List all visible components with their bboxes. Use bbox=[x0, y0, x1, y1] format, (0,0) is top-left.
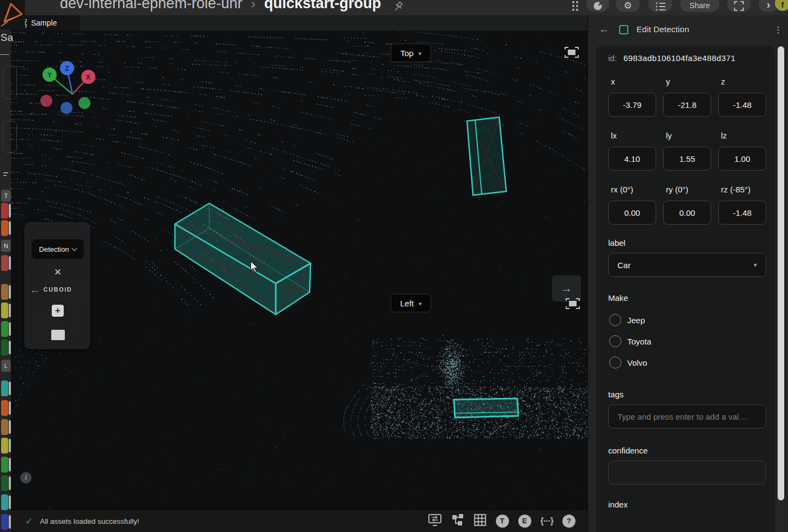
class-chip-11[interactable] bbox=[1, 400, 8, 416]
class-chip-10[interactable] bbox=[1, 380, 8, 396]
class-chip-9[interactable]: L bbox=[1, 360, 11, 372]
class-chip-12[interactable] bbox=[1, 419, 8, 435]
pin-icon[interactable] bbox=[393, 1, 403, 15]
theme-palette-button[interactable] bbox=[586, 0, 609, 12]
3d-viewport[interactable]: Y Z X bbox=[11, 31, 587, 510]
cuboid-side-view[interactable] bbox=[454, 398, 518, 418]
rotation-inputs bbox=[608, 201, 766, 225]
lx-input[interactable] bbox=[608, 147, 656, 171]
status-bar: ✓ All assets loaded successfully! T E {·… bbox=[11, 510, 587, 532]
scrollbar-thumb[interactable] bbox=[778, 46, 784, 500]
class-chip-13[interactable] bbox=[1, 438, 8, 454]
share-button[interactable]: Share bbox=[680, 0, 719, 12]
fullscreen-button[interactable] bbox=[727, 0, 751, 12]
sidebar-mini-icon[interactable] bbox=[3, 172, 8, 173]
settings-button[interactable]: ⚙ bbox=[616, 0, 640, 12]
back-arrow-icon[interactable]: ← bbox=[599, 23, 609, 35]
breadcrumb: dev-internal-ephem-role-unr›quickstart-g… bbox=[60, 0, 381, 15]
x-input[interactable] bbox=[608, 93, 656, 117]
transform-mode-icon[interactable]: T bbox=[496, 515, 509, 528]
breadcrumb-current[interactable]: quickstart-group bbox=[264, 0, 381, 11]
left-view-selector[interactable]: Left ▾ bbox=[391, 294, 431, 312]
lz-label: lz bbox=[718, 131, 766, 140]
class-chip-8[interactable] bbox=[1, 340, 8, 355]
class-chip-15[interactable] bbox=[1, 475, 8, 491]
detection-checkbox-icon[interactable] bbox=[619, 25, 628, 34]
class-chip-1[interactable] bbox=[1, 203, 8, 219]
caret-down-icon: ▾ bbox=[419, 50, 422, 57]
add-cuboid-button[interactable]: + bbox=[52, 305, 64, 317]
radio-icon[interactable] bbox=[609, 335, 621, 347]
maximize-top-view-icon[interactable] bbox=[565, 46, 579, 61]
help-icon[interactable]: ? bbox=[562, 515, 575, 528]
class-chip-3[interactable]: N bbox=[1, 240, 11, 252]
breadcrumb-parent[interactable]: dev-internal-ephem-role-unr bbox=[60, 0, 243, 11]
make-option-toyota[interactable]: Toyota bbox=[609, 335, 766, 348]
detection-form: id: 6983adb106104fa3e488d371 x y z lx ly bbox=[596, 46, 775, 532]
detection-id-row: id: 6983adb106104fa3e488d371 bbox=[608, 53, 766, 63]
edit-mode-icon[interactable]: E bbox=[518, 515, 531, 528]
cuboid-main[interactable] bbox=[175, 203, 311, 315]
breadcrumb-separator-icon: › bbox=[251, 0, 256, 11]
sidebar-mini-icon bbox=[3, 175, 7, 176]
class-chip-14[interactable] bbox=[1, 457, 8, 473]
cuboid-shape-button[interactable] bbox=[51, 330, 65, 340]
class-chip-6[interactable] bbox=[1, 303, 8, 318]
class-chip-5[interactable] bbox=[1, 284, 8, 300]
make-option-jeep[interactable]: Jeep bbox=[609, 313, 766, 327]
radio-icon[interactable] bbox=[609, 356, 621, 368]
sidebar-ghost-button[interactable] bbox=[3, 121, 17, 153]
confidence-input[interactable] bbox=[608, 461, 766, 485]
point-cloud-annotation-app: dev-internal-ephem-role-unr›quickstart-g… bbox=[0, 0, 788, 532]
radio-icon[interactable] bbox=[609, 314, 621, 326]
y-input[interactable] bbox=[663, 93, 711, 117]
list-view-button[interactable] bbox=[648, 0, 672, 12]
caret-down-icon: ▾ bbox=[419, 300, 422, 307]
class-chip-4[interactable] bbox=[1, 255, 8, 271]
rz-input[interactable] bbox=[718, 201, 766, 225]
class-chip-0[interactable]: T bbox=[1, 190, 11, 202]
class-chip-7[interactable] bbox=[1, 321, 8, 337]
x-label: x bbox=[608, 77, 656, 86]
id-label: id: bbox=[608, 53, 617, 63]
lx-label: lx bbox=[608, 131, 656, 140]
lz-input[interactable] bbox=[718, 147, 766, 171]
maximize-left-view-icon[interactable] bbox=[566, 298, 580, 312]
ly-input[interactable] bbox=[663, 147, 711, 171]
kebab-menu-icon[interactable]: ⋮ bbox=[774, 25, 783, 35]
panel-scrollbar[interactable] bbox=[777, 46, 785, 532]
info-icon[interactable]: i bbox=[20, 472, 32, 483]
z-input[interactable] bbox=[718, 93, 766, 117]
screen-layout-icon[interactable] bbox=[428, 513, 442, 529]
make-option-volvo[interactable]: Volvo bbox=[609, 356, 766, 369]
label-field-title: label bbox=[608, 238, 766, 247]
class-chip-2[interactable] bbox=[1, 220, 8, 236]
tags-input[interactable] bbox=[608, 404, 766, 428]
grid-view-icon[interactable] bbox=[474, 513, 487, 529]
sidebar-ghost-button[interactable] bbox=[3, 65, 17, 99]
cuboid-upper-right[interactable] bbox=[467, 117, 506, 195]
class-chip-16[interactable] bbox=[1, 494, 8, 510]
axis-gizmo[interactable]: Y Z X bbox=[40, 61, 95, 114]
y-label: y bbox=[663, 77, 711, 86]
user-avatar[interactable]: f bbox=[775, 0, 788, 11]
list-icon bbox=[655, 0, 666, 12]
top-view-selector[interactable]: Top ▾ bbox=[391, 44, 431, 62]
app-logo[interactable] bbox=[0, 0, 25, 29]
json-view-icon[interactable]: {···} bbox=[541, 516, 553, 526]
edit-detection-panel: ← Edit Detection ⋮ id: 6983adb106104fa3e… bbox=[587, 15, 788, 532]
tool-type-dropdown[interactable]: Detection bbox=[32, 239, 84, 259]
ry-input[interactable] bbox=[663, 201, 711, 225]
close-tool-button[interactable]: ✕ bbox=[25, 267, 90, 278]
label-select-value: Car bbox=[617, 261, 631, 270]
class-chip-17[interactable] bbox=[1, 514, 8, 530]
rx-input[interactable] bbox=[608, 201, 656, 225]
mouse-cursor bbox=[250, 261, 262, 275]
caret-down-icon: ▾ bbox=[754, 261, 757, 269]
label-select[interactable]: Car ▾ bbox=[608, 253, 766, 277]
apps-grid-icon[interactable] bbox=[567, 0, 583, 12]
arrow-right-icon: → bbox=[561, 282, 572, 295]
hierarchy-tree-icon[interactable] bbox=[451, 513, 464, 529]
palette-icon bbox=[593, 0, 603, 12]
cuboid-overlay: Y Z X bbox=[11, 31, 587, 510]
